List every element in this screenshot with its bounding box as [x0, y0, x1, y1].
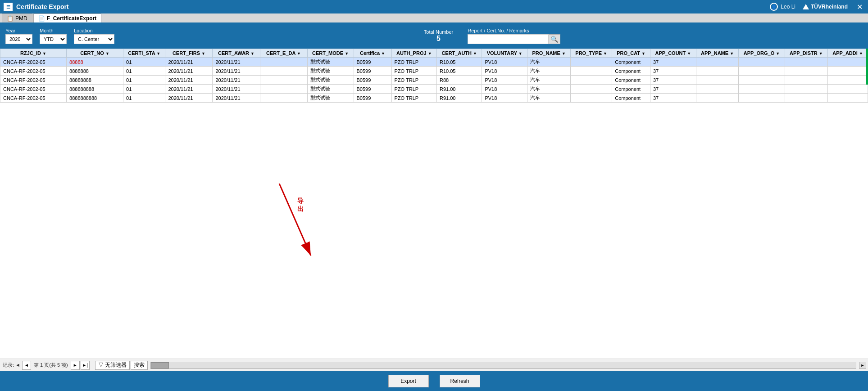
table-row[interactable]: CNCA-RF-2002-0588888012020/11/212020/11/… — [0, 58, 868, 67]
table-body: CNCA-RF-2002-0588888012020/11/212020/11/… — [0, 58, 868, 103]
close-button[interactable]: ✕ — [855, 3, 864, 11]
table-row[interactable]: CNCA-RF-2002-058888888888012020/11/21202… — [0, 94, 868, 103]
status-record-label: 记录: ◄ — [2, 362, 21, 369]
horizontal-scrollbar[interactable] — [150, 362, 856, 369]
tab-bar: 📋 PMD 📄 F_CertificateExport — [0, 13, 868, 23]
year-control: 2020 2019 2021 — [5, 34, 32, 44]
tab-pmd[interactable]: 📋 PMD — [2, 13, 32, 22]
tab-pmd-icon: 📋 — [7, 15, 14, 22]
data-table: RZJC_ID ▼ CERT_NO ▼ CERTI_STA ▼ CERT_FIR… — [0, 49, 868, 103]
col-header-app-org-o[interactable]: APP_ORG_O ▼ — [739, 49, 785, 58]
tuv-triangle-icon — [803, 4, 809, 9]
main-content: RZJC_ID ▼ CERT_NO ▼ CERTI_STA ▼ CERT_FIR… — [0, 49, 868, 371]
search-records-button[interactable]: 搜索 — [131, 361, 148, 370]
col-header-pro-cat[interactable]: PRO_CAT ▼ — [612, 49, 650, 58]
green-indicator — [866, 49, 868, 85]
app-title: Certificate Export — [16, 3, 69, 10]
brand-logo: TÜVRheinland — [803, 4, 848, 10]
table-container[interactable]: RZJC_ID ▼ CERT_NO ▼ CERTI_STA ▼ CERT_FIR… — [0, 49, 868, 359]
location-select[interactable]: C. Center Other — [74, 34, 114, 44]
col-header-app-distr[interactable]: APP_DISTR ▼ — [785, 49, 827, 58]
col-header-pro-name[interactable]: PRO_NAME ▼ — [527, 49, 571, 58]
bottom-bar: Export Refresh — [0, 371, 868, 391]
month-group: Month YTD Jan Feb — [40, 28, 67, 44]
nav-end-button[interactable]: ►| — [81, 361, 90, 370]
col-header-cert-awar[interactable]: CERT_AWAR ▼ — [213, 49, 260, 58]
col-header-pro-type[interactable]: PRO_TYPE ▼ — [571, 49, 612, 58]
col-header-cert-auth[interactable]: CERT_AUTH ▼ — [436, 49, 482, 58]
table-row[interactable]: CNCA-RF-2002-0588888888012020/11/212020/… — [0, 76, 868, 85]
annotation-arrow-icon — [243, 175, 333, 283]
total-value: 5 — [436, 35, 441, 43]
table-header-row: RZJC_ID ▼ CERT_NO ▼ CERTI_STA ▼ CERT_FIR… — [0, 49, 868, 58]
total-group: Total Number 5 — [424, 29, 453, 43]
nav-prev-button[interactable]: ◄ — [22, 361, 31, 370]
col-header-certifica[interactable]: Certifica ▼ — [354, 49, 391, 58]
username-label: Leo Li — [781, 4, 795, 10]
brand-name: TÜVRheinland — [811, 4, 848, 10]
table-row[interactable]: CNCA-RF-2002-05888888888012020/11/212020… — [0, 85, 868, 94]
search-button[interactable]: 🔍 — [549, 34, 560, 44]
year-select[interactable]: 2020 2019 2021 — [5, 34, 32, 44]
nav-next-button[interactable]: ► — [71, 361, 80, 370]
tab-cert-icon: 📄 — [38, 15, 45, 22]
tab-cert-export[interactable]: 📄 F_CertificateExport — [33, 13, 102, 22]
col-header-cert-no[interactable]: CERT_NO ▼ — [67, 49, 123, 58]
col-header-app-count[interactable]: APP_COUNT ▼ — [650, 49, 696, 58]
col-header-cert-firs[interactable]: CERT_FIRS ▼ — [165, 49, 213, 58]
search-input-wrap: 🔍 — [468, 34, 560, 44]
app-logo-icon: ☰ — [4, 3, 13, 11]
col-header-auth-proj[interactable]: AUTH_PROJ ▼ — [391, 49, 436, 58]
col-header-rzjc-id[interactable]: RZJC_ID ▼ — [0, 49, 67, 58]
title-bar: ☰ Certificate Export 👤 Leo Li TÜVRheinla… — [0, 0, 868, 13]
user-info: 👤 Leo Li — [770, 3, 795, 11]
col-header-cert-e-da[interactable]: CERT_E_DA ▼ — [260, 49, 307, 58]
scroll-right-button[interactable]: ► — [859, 362, 866, 369]
location-group: Location C. Center Other — [74, 28, 114, 44]
toolbar-center: Total Number 5 Report / Cert.No. / Remar… — [122, 28, 863, 44]
search-group: Report / Cert.No. / Remarks 🔍 — [468, 28, 560, 44]
table-row[interactable]: CNCA-RF-2002-058888888012020/11/212020/1… — [0, 67, 868, 76]
month-label: Month — [40, 28, 67, 33]
svg-line-1 — [279, 184, 311, 256]
user-avatar-icon: 👤 — [770, 3, 778, 11]
refresh-button[interactable]: Refresh — [440, 375, 480, 387]
location-control: C. Center Other — [74, 34, 114, 44]
year-group: Year 2020 2019 2021 — [5, 28, 32, 44]
export-button[interactable]: Export — [388, 375, 429, 387]
col-header-cert-mode[interactable]: CERT_MODE ▼ — [307, 49, 354, 58]
col-header-app-name[interactable]: APP_NAME ▼ — [696, 49, 739, 58]
total-label: Total Number — [424, 29, 453, 35]
search-label: Report / Cert.No. / Remarks — [468, 28, 560, 33]
col-header-app-addi[interactable]: APP_ADDI ▼ — [827, 49, 868, 58]
scrollbar-thumb[interactable] — [151, 362, 169, 369]
col-header-certi-sta[interactable]: CERTI_STA ▼ — [123, 49, 165, 58]
status-page-info: 第 1 页(共 5 项) — [32, 362, 70, 369]
col-header-voluntary[interactable]: VOLUNTARY ▼ — [482, 49, 527, 58]
month-control: YTD Jan Feb — [40, 34, 67, 44]
filter-button[interactable]: ▽ 无筛选器 — [95, 361, 130, 370]
toolbar: Year 2020 2019 2021 Month YTD Jan Feb — [0, 23, 868, 49]
status-bar: 记录: ◄ ◄ 第 1 页(共 5 项) ► ►| ▽ 无筛选器 搜索 ► — [0, 359, 868, 371]
year-label: Year — [5, 28, 32, 33]
location-label: Location — [74, 28, 114, 33]
month-select[interactable]: YTD Jan Feb — [40, 34, 67, 44]
search-input[interactable] — [468, 34, 549, 44]
annotation-text: 导出 — [297, 197, 304, 213]
